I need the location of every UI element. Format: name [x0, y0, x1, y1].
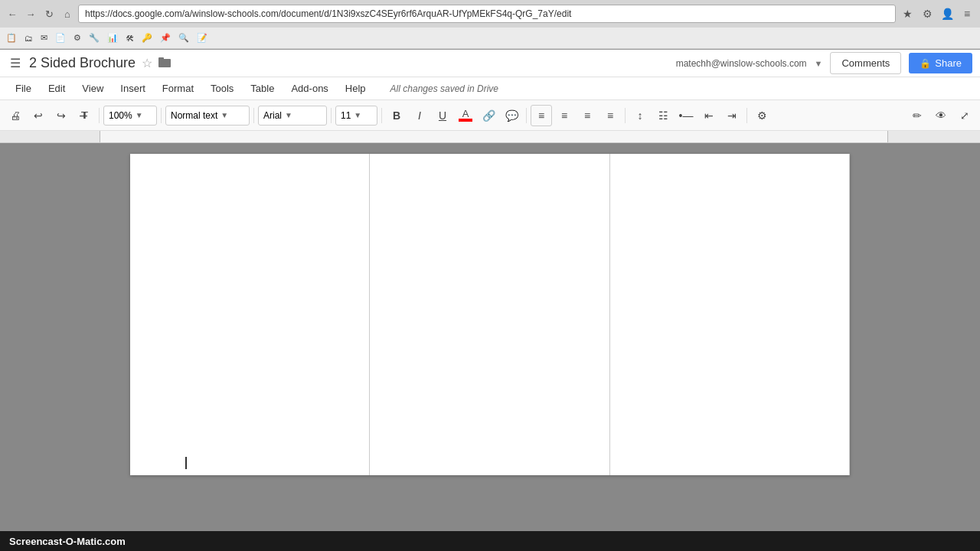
numbered-list-button[interactable]: ☷ [652, 105, 674, 126]
ext-btn-6[interactable]: 🔧 [86, 30, 103, 47]
font-chevron: ▼ [285, 111, 292, 119]
font-dropdown[interactable]: Arial ▼ [258, 106, 327, 126]
browser-toolbar: ← → ↻ ⌂ https://docs.google.com/a/winslo… [0, 0, 980, 28]
menu-help[interactable]: Help [338, 80, 374, 97]
bold-button[interactable]: B [386, 105, 407, 126]
toolbar-right: ✏ 👁 ⤢ [906, 105, 975, 126]
ext-btn-11[interactable]: 🔍 [175, 30, 192, 47]
app-header: ☰ 2 Sided Brochure ☆ matechh@winslow-sch… [0, 50, 980, 77]
page-column-3[interactable] [610, 154, 850, 475]
color-indicator: A [457, 109, 474, 122]
doc-title: 2 Sided Brochure [29, 55, 136, 71]
bullet-list-button[interactable]: •― [675, 105, 697, 126]
ext-btn-4[interactable]: 📄 [52, 30, 69, 47]
menu-view[interactable]: View [74, 80, 111, 97]
font-value: Arial [263, 110, 282, 121]
menu-bar: File Edit View Insert Format Tools Table… [0, 77, 980, 100]
page-wrapper [130, 154, 850, 475]
style-chevron: ▼ [220, 111, 228, 119]
lock-icon: 🔒 [920, 58, 931, 69]
link-button[interactable]: 🔗 [478, 105, 499, 126]
align-right-button[interactable]: ≡ [577, 105, 598, 126]
address-bar[interactable]: https://docs.google.com/a/winslow-school… [78, 5, 896, 23]
ruler [0, 131, 980, 143]
ext-btn-2[interactable]: 🗂 [21, 30, 36, 47]
separator-1 [99, 108, 100, 123]
print-button[interactable]: 🖨 [5, 105, 26, 126]
below-page-space [0, 475, 980, 521]
forward-button[interactable]: → [23, 6, 38, 21]
comments-button[interactable]: Comments [830, 52, 901, 74]
align-center-button[interactable]: ≡ [554, 105, 575, 126]
star-icon[interactable]: ☆ [142, 56, 152, 70]
menu-table[interactable]: Table [243, 80, 282, 97]
menu-insert[interactable]: Insert [113, 80, 153, 97]
ruler-inner [100, 131, 888, 142]
share-button[interactable]: 🔒 Share [909, 53, 972, 73]
align-left-button[interactable]: ≡ [531, 105, 552, 126]
text-cursor [185, 457, 187, 469]
redo-button[interactable]: ↪ [51, 105, 72, 126]
ext-btn-1[interactable]: 📋 [3, 30, 20, 47]
undo-button[interactable]: ↩ [28, 105, 49, 126]
back-button[interactable]: ← [5, 6, 20, 21]
header-right: matechh@winslow-schools.com ▼ Comments 🔒… [676, 52, 972, 74]
document-area[interactable] [0, 143, 980, 532]
more-options-button[interactable]: ⚙ [751, 105, 773, 126]
size-chevron: ▼ [354, 111, 361, 119]
user-email: matechh@winslow-schools.com [676, 58, 807, 69]
reload-button[interactable]: ↻ [41, 6, 57, 21]
menu-format[interactable]: Format [155, 80, 201, 97]
save-status: All changes saved in Drive [390, 83, 498, 94]
align-justify-button[interactable]: ≡ [599, 105, 621, 126]
extensions-icon[interactable]: ⚙ [919, 5, 936, 22]
line-spacing-button[interactable]: ↕ [629, 105, 651, 126]
user-icon[interactable]: 👤 [939, 5, 956, 22]
bookmark-icon[interactable]: ★ [899, 5, 916, 22]
style-dropdown[interactable]: Normal text ▼ [165, 106, 250, 126]
style-value: Normal text [171, 110, 217, 121]
document-page[interactable] [130, 154, 850, 475]
edit-icon[interactable]: ✏ [906, 105, 928, 126]
page-column-2[interactable] [370, 154, 609, 475]
decrease-indent-button[interactable]: ⇤ [698, 105, 720, 126]
menu-addons[interactable]: Add-ons [283, 80, 335, 97]
hamburger-icon[interactable]: ☰ [8, 56, 23, 70]
separator-7 [625, 108, 626, 123]
separator-3 [253, 108, 254, 123]
home-button[interactable]: ⌂ [60, 6, 75, 21]
folder-icon[interactable] [158, 57, 171, 70]
menu-tools[interactable]: Tools [203, 80, 241, 97]
italic-button[interactable]: I [409, 105, 430, 126]
comment-button[interactable]: 💬 [501, 105, 522, 126]
underline-button[interactable]: U [432, 105, 453, 126]
increase-indent-button[interactable]: ⇥ [721, 105, 743, 126]
separator-6 [526, 108, 527, 123]
ext-btn-12[interactable]: 📝 [194, 30, 211, 47]
view-mode-button[interactable]: 👁 [930, 105, 952, 126]
menu-icon[interactable]: ≡ [959, 5, 975, 22]
ext-btn-9[interactable]: 🔑 [139, 30, 155, 47]
extension-bar: 📋 🗂 ✉ 📄 ⚙ 🔧 📊 🛠 🔑 📌 🔍 📝 [0, 28, 980, 49]
size-dropdown[interactable]: 11 ▼ [335, 106, 377, 126]
dropdown-arrow[interactable]: ▼ [815, 59, 823, 68]
separator-5 [381, 108, 382, 123]
ext-btn-7[interactable]: 📊 [104, 30, 121, 47]
menu-file[interactable]: File [8, 80, 39, 97]
ext-btn-10[interactable]: 📌 [157, 30, 174, 47]
status-bar: Screencast-O-Matic.com [0, 531, 980, 551]
doc-title-area: ☰ 2 Sided Brochure ☆ [8, 55, 171, 71]
text-color-button[interactable]: A [455, 105, 476, 126]
separator-4 [331, 108, 332, 123]
page-column-1[interactable] [130, 154, 370, 475]
url-text: https://docs.google.com/a/winslow-school… [85, 8, 571, 19]
ext-btn-3[interactable]: ✉ [38, 30, 51, 47]
toolbar: 🖨 ↩ ↪ T̶ 100% ▼ Normal text ▼ Arial ▼ 11… [0, 100, 980, 131]
format-clear-button[interactable]: T̶ [74, 105, 95, 126]
menu-edit[interactable]: Edit [41, 80, 73, 97]
zoom-value: 100% [109, 110, 132, 121]
ext-btn-5[interactable]: ⚙ [70, 30, 84, 47]
zoom-dropdown[interactable]: 100% ▼ [103, 106, 157, 126]
expand-button[interactable]: ⤢ [954, 105, 975, 126]
ext-btn-8[interactable]: 🛠 [122, 30, 137, 47]
